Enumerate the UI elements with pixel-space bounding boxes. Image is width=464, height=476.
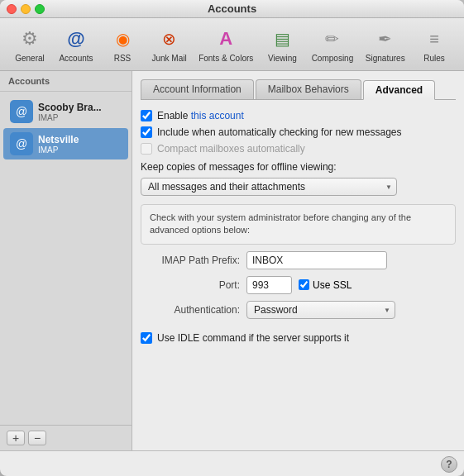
main-content: Accounts @ Scooby Bra... IMAP @ Netsvill…	[0, 71, 464, 450]
account-type-netsville: IMAP	[38, 145, 79, 155]
use-ssl-row: Use SSL	[299, 279, 352, 291]
toolbar-item-fonts-colors[interactable]: Fonts & Colors	[194, 23, 257, 65]
account-icon-netsville: @	[10, 132, 33, 155]
sidebar-footer: + −	[0, 425, 132, 450]
keep-copies-select[interactable]: All messages and their attachments All m…	[141, 178, 397, 196]
use-idle-checkbox[interactable]	[141, 332, 152, 344]
account-type-scooby: IMAP	[38, 113, 102, 122]
sidebar-header: Accounts	[0, 71, 132, 92]
signatures-icon	[372, 26, 399, 52]
imap-path-label: IMAP Path Prefix:	[141, 255, 240, 266]
help-button[interactable]: ?	[441, 456, 457, 473]
this-account-link[interactable]: this account	[191, 110, 244, 121]
toolbar-label-viewing: Viewing	[268, 54, 297, 63]
toolbar-label-general: General	[15, 54, 45, 63]
maximize-button[interactable]	[35, 4, 45, 14]
sidebar: Accounts @ Scooby Bra... IMAP @ Netsvill…	[0, 71, 132, 450]
rss-icon	[109, 26, 136, 52]
advisory-box: Check with your system administrator bef…	[141, 204, 456, 245]
toolbar-item-general[interactable]: General	[8, 23, 51, 65]
window-title: Accounts	[208, 2, 256, 15]
keep-copies-wrapper: All messages and their attachments All m…	[141, 178, 397, 196]
toolbar-item-composing[interactable]: Composing	[307, 23, 357, 65]
tab-advanced[interactable]: Advanced	[363, 80, 435, 100]
composing-icon	[319, 26, 346, 52]
titlebar: Accounts	[0, 0, 464, 18]
remove-account-button[interactable]: −	[28, 431, 46, 445]
toolbar-label-junk-mail: Junk Mail	[151, 54, 186, 63]
auth-select-wrapper: Password MD5 Challenge-Response NTLM Ker…	[246, 301, 395, 319]
keep-copies-row: All messages and their attachments All m…	[141, 178, 456, 196]
advisory-text: Check with your system administrator bef…	[150, 212, 411, 235]
toolbar-item-rules[interactable]: Rules	[413, 23, 456, 65]
rules-icon	[421, 26, 447, 52]
sidebar-account-netsville[interactable]: @ Netsville IMAP	[3, 128, 128, 159]
use-ssl-label[interactable]: Use SSL	[313, 279, 352, 291]
advanced-panel: Enable this account Include when automat…	[141, 110, 456, 442]
account-info-netsville: Netsville IMAP	[38, 134, 79, 155]
imap-path-input[interactable]	[246, 251, 387, 269]
port-row: Port: Use SSL	[141, 276, 456, 294]
viewing-icon	[269, 26, 295, 52]
auth-label: Authentication:	[141, 304, 240, 316]
compact-mailboxes-row: Compact mailboxes automatically	[141, 143, 456, 155]
compact-mailboxes-label: Compact mailboxes automatically	[157, 143, 305, 155]
toolbar-label-rss: RSS	[114, 54, 132, 63]
enable-account-row: Enable this account	[141, 110, 456, 121]
use-ssl-checkbox[interactable]	[299, 279, 309, 290]
account-icon-scooby: @	[10, 100, 33, 123]
toolbar-label-rules: Rules	[423, 54, 445, 63]
sidebar-list: @ Scooby Bra... IMAP @ Netsville IMAP	[0, 92, 132, 425]
toolbar-item-junk-mail[interactable]: Junk Mail	[147, 23, 191, 65]
keep-copies-label: Keep copies of messages for offline view…	[141, 161, 456, 173]
close-button[interactable]	[7, 4, 17, 14]
include-when-row: Include when automatically checking for …	[141, 126, 456, 138]
tab-account-information[interactable]: Account Information	[141, 79, 254, 99]
right-panel: Account Information Mailbox Behaviors Ad…	[132, 71, 464, 450]
toolbar-label-composing: Composing	[312, 54, 354, 63]
account-name-scooby: Scooby Bra...	[38, 102, 102, 113]
toolbar-item-signatures[interactable]: Signatures	[361, 23, 409, 65]
tab-mailbox-behaviors[interactable]: Mailbox Behaviors	[256, 79, 361, 99]
minimize-button[interactable]	[21, 4, 31, 14]
enable-account-label[interactable]: Enable this account	[157, 110, 244, 121]
accounts-icon	[63, 26, 89, 52]
port-label: Port:	[141, 279, 240, 291]
junkmail-icon	[156, 26, 183, 52]
auth-select[interactable]: Password MD5 Challenge-Response NTLM Ker…	[246, 301, 395, 319]
bottom-bar: ?	[0, 450, 464, 476]
traffic-lights	[7, 4, 45, 14]
include-when-checkbox[interactable]	[141, 126, 152, 138]
fonts-icon	[213, 26, 239, 52]
port-input[interactable]	[246, 276, 292, 294]
enable-account-checkbox[interactable]	[141, 110, 152, 121]
use-idle-row: Use IDLE command if the server supports …	[141, 332, 456, 344]
toolbar-label-fonts-colors: Fonts & Colors	[199, 54, 253, 63]
imap-path-row: IMAP Path Prefix:	[141, 251, 456, 269]
toolbar-label-accounts: Accounts	[59, 54, 93, 63]
tab-bar: Account Information Mailbox Behaviors Ad…	[141, 79, 456, 100]
toolbar-item-viewing[interactable]: Viewing	[261, 23, 304, 65]
include-when-label[interactable]: Include when automatically checking for …	[157, 126, 402, 138]
account-name-netsville: Netsville	[38, 134, 79, 145]
sidebar-account-scooby[interactable]: @ Scooby Bra... IMAP	[3, 96, 128, 127]
toolbar-item-rss[interactable]: RSS	[101, 23, 144, 65]
toolbar-item-accounts[interactable]: Accounts	[55, 23, 98, 65]
auth-row: Authentication: Password MD5 Challenge-R…	[141, 301, 456, 319]
account-info-scooby: Scooby Bra... IMAP	[38, 102, 102, 122]
toolbar-label-signatures: Signatures	[366, 54, 405, 63]
main-window: Accounts GeneralAccountsRSSJunk MailFont…	[0, 0, 464, 476]
add-account-button[interactable]: +	[7, 431, 25, 445]
use-idle-label[interactable]: Use IDLE command if the server supports …	[157, 332, 349, 344]
compact-mailboxes-checkbox[interactable]	[141, 143, 152, 155]
toolbar: GeneralAccountsRSSJunk MailFonts & Color…	[0, 18, 464, 71]
general-icon	[17, 26, 43, 52]
